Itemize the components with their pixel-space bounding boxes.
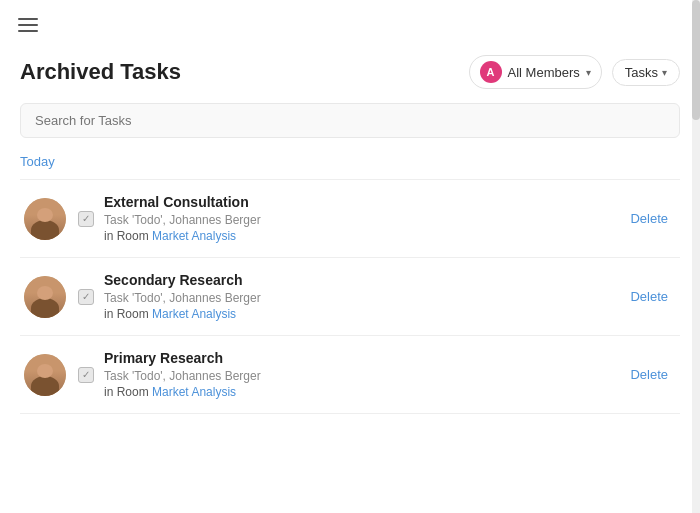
task-room: in Room Market Analysis — [104, 307, 612, 321]
header-controls: A All Members ▾ Tasks ▾ — [469, 55, 680, 89]
task-room: in Room Market Analysis — [104, 385, 612, 399]
scroll-thumb[interactable] — [692, 0, 700, 120]
task-info: Primary Research Task 'Todo', Johannes B… — [104, 350, 612, 399]
header-row: Archived Tasks A All Members ▾ Tasks ▾ — [20, 55, 680, 89]
task-name: Secondary Research — [104, 272, 612, 288]
task-info: External Consultation Task 'Todo', Johan… — [104, 194, 612, 243]
task-meta: Task 'Todo', Johannes Berger — [104, 213, 612, 227]
page-title: Archived Tasks — [20, 59, 181, 85]
task-item: Primary Research Task 'Todo', Johannes B… — [20, 336, 680, 414]
task-name: External Consultation — [104, 194, 612, 210]
tasks-filter-button[interactable]: Tasks ▾ — [612, 59, 680, 86]
scroll-track[interactable] — [692, 0, 700, 513]
task-avatar — [24, 198, 66, 240]
task-avatar — [24, 276, 66, 318]
room-link[interactable]: Market Analysis — [152, 229, 236, 243]
chevron-down-icon-tasks: ▾ — [662, 67, 667, 78]
delete-button[interactable]: Delete — [622, 207, 676, 230]
room-link[interactable]: Market Analysis — [152, 385, 236, 399]
task-meta: Task 'Todo', Johannes Berger — [104, 369, 612, 383]
main-content: Archived Tasks A All Members ▾ Tasks ▾ T… — [0, 0, 700, 513]
chevron-down-icon: ▾ — [586, 67, 591, 78]
task-checkbox[interactable] — [78, 289, 94, 305]
task-avatar — [24, 354, 66, 396]
member-avatar-icon: A — [480, 61, 502, 83]
task-name: Primary Research — [104, 350, 612, 366]
task-item: External Consultation Task 'Todo', Johan… — [20, 180, 680, 258]
all-members-button[interactable]: A All Members ▾ — [469, 55, 602, 89]
task-item: Secondary Research Task 'Todo', Johannes… — [20, 258, 680, 336]
search-input[interactable] — [20, 103, 680, 138]
task-room: in Room Market Analysis — [104, 229, 612, 243]
room-link[interactable]: Market Analysis — [152, 307, 236, 321]
task-checkbox[interactable] — [78, 211, 94, 227]
all-members-label: All Members — [508, 65, 580, 80]
task-meta: Task 'Todo', Johannes Berger — [104, 291, 612, 305]
delete-button[interactable]: Delete — [622, 363, 676, 386]
task-checkbox[interactable] — [78, 367, 94, 383]
tasks-label: Tasks — [625, 65, 658, 80]
today-section-label: Today — [20, 154, 680, 169]
delete-button[interactable]: Delete — [622, 285, 676, 308]
task-list: External Consultation Task 'Todo', Johan… — [20, 179, 680, 414]
task-info: Secondary Research Task 'Todo', Johannes… — [104, 272, 612, 321]
